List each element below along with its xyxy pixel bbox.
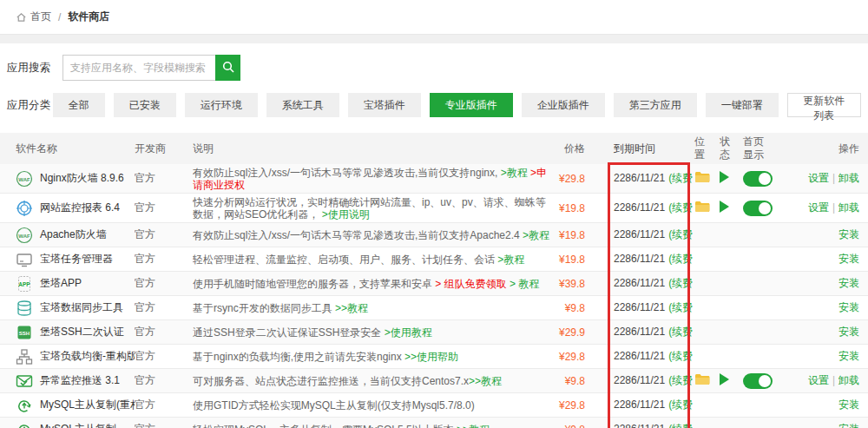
mailcheck-icon bbox=[16, 372, 33, 390]
install-link[interactable]: 安装 bbox=[838, 277, 859, 289]
install-link[interactable]: 安装 bbox=[838, 423, 859, 428]
expire-cell: 2286/11/21(续费) bbox=[585, 252, 693, 267]
description-link[interactable]: >>教程 bbox=[335, 302, 368, 314]
target-icon bbox=[16, 200, 33, 217]
status-cell bbox=[717, 171, 740, 186]
action-cell: 安装 bbox=[782, 227, 868, 242]
homepage-display-toggle[interactable] bbox=[743, 201, 773, 216]
price: ¥29.8 bbox=[550, 399, 585, 412]
description-link[interactable]: >使用说明 bbox=[322, 208, 370, 221]
price: ¥29.8 bbox=[550, 351, 585, 363]
software-name: 异常监控推送 3.1 bbox=[40, 373, 120, 388]
settings-link[interactable]: 设置 bbox=[808, 374, 829, 386]
description-link[interactable]: >教程 bbox=[497, 254, 524, 266]
description-link[interactable]: > 组队免费领取 bbox=[435, 278, 506, 290]
price: ¥39.8 bbox=[550, 278, 585, 290]
display-cell bbox=[740, 171, 782, 187]
action-cell: 安装 bbox=[782, 398, 868, 412]
uninstall-link[interactable]: 卸载 bbox=[838, 201, 859, 214]
software-name: Apache防火墙 bbox=[40, 227, 107, 242]
install-link[interactable]: 安装 bbox=[838, 301, 859, 313]
position-cell bbox=[693, 171, 717, 186]
play-icon[interactable] bbox=[720, 171, 729, 183]
vendor-label: 官方 bbox=[135, 171, 193, 186]
category-tab-8[interactable]: 第三方应用 bbox=[614, 93, 697, 117]
renew-link[interactable]: (续费) bbox=[668, 326, 693, 338]
category-tab-1[interactable]: 全部 bbox=[53, 93, 105, 117]
expire-cell: 2286/11/21(续费) bbox=[585, 300, 693, 315]
update-software-list-button[interactable]: 更新软件列表 bbox=[787, 93, 861, 117]
software-name-cell: 网站监控报表 6.4 bbox=[16, 200, 135, 217]
description-link[interactable]: >教程 bbox=[523, 229, 549, 241]
vendor-label: 官方 bbox=[135, 373, 193, 388]
folder-icon[interactable] bbox=[694, 171, 710, 183]
renew-link[interactable]: (续费) bbox=[668, 423, 693, 428]
expire-date: 2286/11/21 bbox=[614, 277, 665, 289]
uninstall-link[interactable]: 卸载 bbox=[838, 374, 859, 386]
description-text: 通过SSH登录二次认证保证SSH登录安全 bbox=[193, 326, 385, 339]
renew-link[interactable]: (续费) bbox=[668, 253, 693, 265]
category-tab-2[interactable]: 已安装 bbox=[114, 93, 176, 117]
action-cell: 设置|卸载 bbox=[782, 201, 868, 215]
search-button[interactable] bbox=[215, 55, 240, 81]
category-tab-6[interactable]: 专业版插件 bbox=[430, 93, 513, 117]
table-row: 宝塔任务管理器 官方 轻松管理进程、流量监控、启动项、用户、服务、计划任务、会话… bbox=[0, 247, 868, 272]
description-link[interactable]: > 教程 bbox=[510, 278, 539, 290]
expire-date: 2286/11/21 bbox=[614, 398, 665, 411]
renew-link[interactable]: (续费) bbox=[668, 301, 693, 313]
header-action: 操作 bbox=[782, 142, 868, 156]
install-link[interactable]: 安装 bbox=[838, 228, 859, 240]
play-icon[interactable] bbox=[720, 373, 729, 385]
description-link[interactable]: >教程 bbox=[501, 167, 528, 179]
software-name-cell: APP 堡塔APP bbox=[16, 275, 135, 293]
renew-link[interactable]: (续费) bbox=[668, 350, 693, 362]
renew-link[interactable]: (续费) bbox=[668, 374, 693, 386]
status-cell bbox=[717, 373, 740, 388]
install-link[interactable]: 安装 bbox=[838, 253, 859, 265]
description-link[interactable]: >>教程 bbox=[457, 424, 490, 428]
renew-link[interactable]: (续费) bbox=[668, 201, 693, 214]
category-tab-5[interactable]: 宝塔插件 bbox=[348, 93, 421, 117]
install-link[interactable]: 安装 bbox=[838, 326, 859, 338]
play-icon[interactable] bbox=[720, 201, 729, 213]
vendor-label: 官方 bbox=[135, 300, 193, 315]
homepage-display-toggle[interactable] bbox=[743, 171, 773, 187]
folder-icon[interactable] bbox=[694, 373, 710, 385]
description-link[interactable]: >>使用帮助 bbox=[404, 351, 458, 363]
uninstall-link[interactable]: 卸载 bbox=[838, 172, 859, 184]
vendor-label: 官方 bbox=[135, 252, 193, 267]
software-name-cell: 宝塔数据同步工具 bbox=[16, 300, 135, 317]
header-homepage-display: 首页显示 bbox=[740, 135, 782, 161]
price: ¥9.8 bbox=[550, 424, 585, 428]
category-tab-3[interactable]: 运行环境 bbox=[185, 93, 258, 117]
display-cell bbox=[740, 373, 782, 389]
settings-link[interactable]: 设置 bbox=[808, 201, 829, 214]
renew-link[interactable]: (续费) bbox=[668, 228, 693, 240]
renew-link[interactable]: (续费) bbox=[668, 172, 693, 184]
category-tab-4[interactable]: 系统工具 bbox=[266, 93, 339, 117]
expire-cell: 2286/11/21(续费) bbox=[585, 171, 693, 186]
settings-link[interactable]: 设置 bbox=[808, 172, 829, 184]
breadcrumb: 首页 / 软件商店 bbox=[0, 0, 868, 35]
expire-date: 2286/11/21 bbox=[614, 201, 665, 214]
category-tab-9[interactable]: 一键部署 bbox=[706, 93, 779, 117]
renew-link[interactable]: (续费) bbox=[668, 398, 693, 411]
description: 使用手机随时随地管理您的服务器，支持苹果和安卓 > 组队免费领取 > 教程 bbox=[193, 278, 550, 290]
homepage-display-toggle[interactable] bbox=[743, 373, 773, 389]
page-title: 软件商店 bbox=[68, 10, 109, 24]
renew-link[interactable]: (续费) bbox=[668, 277, 693, 289]
folder-icon[interactable] bbox=[694, 201, 710, 213]
description-link[interactable]: >>教程 bbox=[469, 375, 502, 387]
description-link[interactable]: >使用教程 bbox=[385, 326, 432, 339]
breadcrumb-home-link[interactable]: 首页 bbox=[30, 10, 51, 24]
description: 轻松实现MySQL一主多从复制，需要MySQL5.5以上版本 >>教程 bbox=[193, 424, 550, 428]
action-cell: 设置|卸载 bbox=[782, 171, 868, 186]
app-search-section: 应用搜索 bbox=[7, 55, 861, 81]
install-link[interactable]: 安装 bbox=[838, 398, 859, 411]
install-link[interactable]: 安装 bbox=[838, 350, 859, 362]
expire-date: 2286/11/21 bbox=[614, 172, 665, 184]
header-position: 位置 bbox=[693, 135, 717, 161]
monitor-icon bbox=[16, 251, 33, 268]
category-tab-7[interactable]: 企业版插件 bbox=[522, 93, 605, 117]
search-input[interactable] bbox=[62, 55, 215, 81]
